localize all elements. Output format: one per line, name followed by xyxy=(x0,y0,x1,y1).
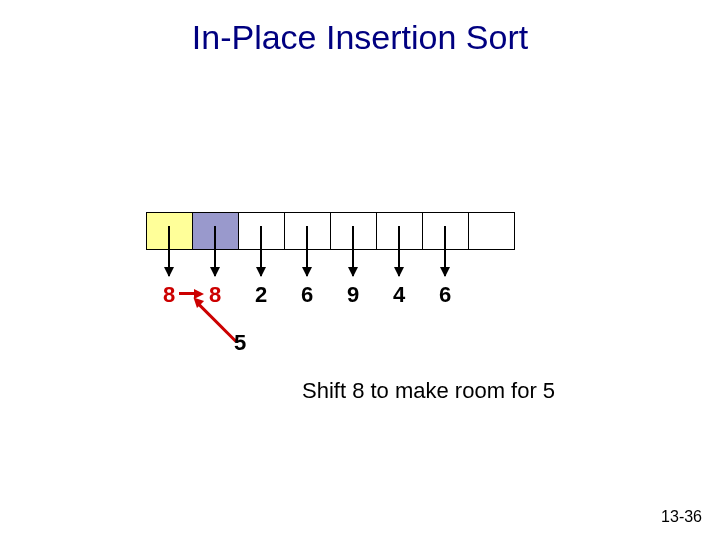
value-6: 6 xyxy=(433,282,457,308)
value-1: 8 xyxy=(203,282,227,308)
arrow-cell-6 xyxy=(444,226,446,276)
value-3: 6 xyxy=(295,282,319,308)
value-4: 9 xyxy=(341,282,365,308)
inserting-value: 5 xyxy=(228,330,252,356)
value-2: 2 xyxy=(249,282,273,308)
value-0: 8 xyxy=(157,282,181,308)
shift-arrow-line xyxy=(179,292,195,295)
array-cells xyxy=(146,212,515,250)
arrow-cell-4 xyxy=(352,226,354,276)
arrow-cell-2 xyxy=(260,226,262,276)
value-5: 4 xyxy=(387,282,411,308)
step-caption: Shift 8 to make room for 5 xyxy=(302,378,555,404)
arrow-cell-5 xyxy=(398,226,400,276)
arrow-cell-0 xyxy=(168,226,170,276)
arrow-cell-3 xyxy=(306,226,308,276)
page-number: 13-36 xyxy=(661,508,702,526)
page-title: In-Place Insertion Sort xyxy=(0,18,720,57)
arrow-cell-1 xyxy=(214,226,216,276)
cell-7 xyxy=(468,213,514,249)
